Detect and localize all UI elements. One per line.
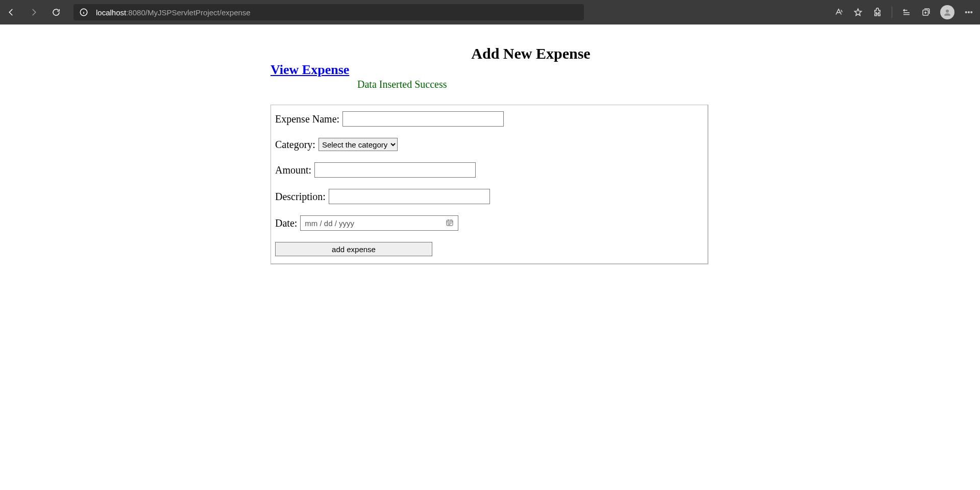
favorites-list-icon[interactable] (901, 7, 912, 17)
url-host: localhost (96, 8, 126, 17)
page-content: Add New Expense View Expense Data Insert… (0, 24, 980, 264)
svg-point-11 (971, 12, 972, 13)
calendar-icon[interactable] (446, 218, 454, 228)
description-label: Description: (275, 191, 326, 203)
date-input[interactable]: mm / dd / yyyy (300, 215, 458, 231)
add-expense-button[interactable]: add expense (275, 242, 432, 256)
amount-label: Amount: (275, 164, 311, 176)
url-path: :8080/MyJSPServletProject/expense (126, 8, 250, 17)
site-info-icon[interactable] (79, 7, 89, 17)
address-bar[interactable]: localhost:8080/MyJSPServletProject/expen… (74, 4, 584, 20)
collections-icon[interactable] (921, 7, 931, 17)
more-menu-icon[interactable] (964, 7, 974, 17)
back-button[interactable] (6, 7, 16, 17)
svg-point-19 (448, 224, 449, 225)
svg-point-10 (968, 12, 969, 13)
svg-point-18 (451, 223, 451, 223)
status-message: Data Inserted Success (357, 79, 709, 90)
page-title: Add New Expense (352, 45, 709, 62)
read-aloud-icon[interactable] (834, 7, 844, 17)
category-label: Category: (275, 139, 315, 151)
refresh-button[interactable] (51, 7, 61, 17)
extensions-icon[interactable] (872, 7, 883, 17)
date-placeholder-text: mm / dd / yyyy (305, 219, 354, 228)
svg-point-9 (966, 12, 967, 13)
forward-button[interactable] (29, 7, 39, 17)
profile-avatar[interactable] (940, 5, 954, 19)
view-expense-link[interactable]: View Expense (271, 62, 349, 78)
expense-name-input[interactable] (342, 111, 504, 127)
expense-form: Expense Name: Category: Select the categ… (271, 105, 708, 264)
expense-name-label: Expense Name: (275, 113, 339, 125)
svg-point-16 (448, 223, 449, 223)
favorite-star-icon[interactable] (853, 7, 863, 17)
svg-point-8 (946, 10, 949, 13)
toolbar-divider (892, 7, 892, 18)
amount-input[interactable] (314, 162, 476, 178)
date-label: Date: (275, 217, 297, 229)
svg-point-17 (450, 223, 450, 223)
description-input[interactable] (329, 189, 490, 204)
browser-toolbar: localhost:8080/MyJSPServletProject/expen… (0, 0, 980, 24)
svg-point-20 (450, 224, 450, 225)
category-select[interactable]: Select the category (318, 138, 398, 151)
